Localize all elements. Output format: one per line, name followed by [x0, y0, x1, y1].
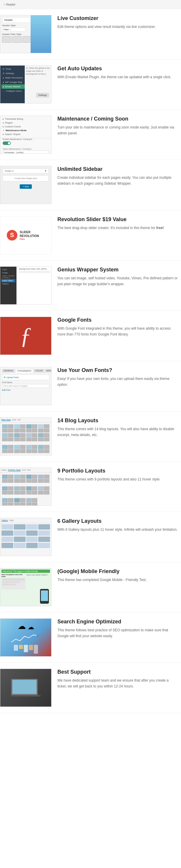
feature-image-blog: Blog Style Date Info [0, 417, 52, 456]
add-widget-button[interactable]: + Add [20, 184, 32, 189]
feature-title-updates: Get Auto Updates [57, 65, 178, 72]
gallery-row-1 [1, 524, 50, 530]
feature-title-fonts: Google Fonts [57, 317, 178, 323]
gallery-cell [26, 543, 38, 548]
maintenance-select[interactable]: Homepage - Landing [3, 151, 49, 154]
svg-text:S: S [10, 232, 14, 238]
wrapper-content: Background Video URL (MP4) [18, 267, 51, 274]
sidebar-dropdown[interactable]: Footer 4 ▼ [3, 168, 49, 174]
gallery-cell [1, 530, 13, 536]
blog-tab-date[interactable]: Date [12, 419, 17, 421]
feature-maintenance: ▶ Thumbnail Sizing ▶ Plugins ▶ Custom Cs… [0, 110, 181, 160]
feature-desc-support: We have dedicated support team and we en… [57, 678, 178, 689]
portfolio-tabs: Slider Portfolio Style Grid Text [0, 468, 51, 473]
blog-layout-12 [38, 445, 50, 453]
gallery-cell [38, 537, 50, 542]
feature-text-wrapper: Genius Wrapper System You can set image,… [57, 267, 181, 287]
portfolio-tab-grid[interactable]: Grid [22, 469, 26, 471]
blog-layout-3 [26, 424, 38, 433]
feature-text-sidebar: Unlimited Sidebar Create individual side… [57, 166, 181, 186]
wrapper-bg-label: Background Video URL (MP4) [19, 268, 50, 270]
gallery-row-3 [1, 537, 50, 542]
tab-typography[interactable]: TYPOGRAPHY [15, 369, 33, 373]
portfolio-grid-1 [0, 473, 51, 485]
portfolio-layout-11 [26, 498, 38, 506]
blog-layout-4 [38, 424, 50, 433]
feature-title-sidebar: Unlimited Sidebar [57, 166, 178, 173]
gallery-cell [26, 537, 38, 542]
feature-desc-updates: With Envato Market Plugin, the theme can… [57, 74, 178, 80]
edit-font-link[interactable]: Edit Font [2, 389, 50, 391]
tab-color[interactable]: COLOR [34, 369, 44, 373]
laptop-container [11, 679, 40, 696]
portfolio-tab-slider[interactable]: Slider [1, 469, 7, 471]
blog-tabs: Blog Style Date Info [0, 417, 51, 423]
feature-image-support [0, 669, 52, 707]
portfolio-layout-4 [38, 474, 50, 483]
gallery-cell [38, 543, 50, 548]
feature-portfolio: Slider Portfolio Style Grid Text 9 Portf… [0, 462, 181, 512]
portfolio-layout-1 [2, 474, 13, 483]
gallery-cell [14, 543, 26, 548]
gallery-tabs: Gallery Style [0, 518, 51, 523]
slider-pro-badge: PRO [20, 238, 45, 241]
maint-item-css: ▶ Custom Css/Js [1, 125, 50, 128]
blog-tab-style[interactable]: Blog Style [1, 419, 11, 421]
feature-desc-wrapper: You can set image, self hosted video, Yo… [57, 276, 178, 287]
portfolio-tab-style[interactable]: Portfolio Style [8, 469, 21, 471]
laptop-body [11, 679, 38, 695]
feature-wrapper: Color Image Video ( Youtube & Vimeo ) In… [0, 260, 181, 311]
feature-text-portfolio: 9 Portfolio Layouts This theme comes wit… [57, 467, 181, 483]
gallery-cell [38, 530, 50, 536]
gallery-cell [1, 537, 13, 542]
feature-title-seo: Search Engine Optimized [57, 618, 178, 625]
blog-layout-8 [38, 433, 50, 441]
seo-visual: ☁ ☁ [11, 621, 40, 654]
tab-general[interactable]: GENERAL [2, 369, 15, 373]
blog-layouts-grid [0, 423, 51, 443]
back-arrow-icon[interactable]: ‹ [3, 2, 5, 6]
feature-slider: S SLIDER REVOLUTION PRO Revolution Slide… [0, 210, 181, 260]
svg-point-2 [37, 635, 38, 637]
blog-layout-5 [2, 433, 13, 441]
font-name-input[interactable]: Fill in font name in English [2, 384, 50, 388]
blog-layout-10 [14, 445, 26, 453]
gallery-tab-gallery[interactable]: Gallery [1, 519, 8, 522]
gallery-row-2 [1, 530, 50, 536]
upload-fonts-button[interactable]: ⊕ Upload Fonts [2, 374, 50, 380]
portfolio-layout-9 [2, 498, 13, 506]
upload-icon: ⊕ [3, 376, 6, 379]
settings-button[interactable]: Settings [36, 93, 49, 97]
gallery-tab-style[interactable]: Style [9, 519, 14, 522]
feature-desc-maintenance: Turn your site to maintenance or coming … [57, 125, 178, 136]
portfolio-layout-6 [14, 486, 26, 495]
maintenance-toggle[interactable] [3, 142, 11, 145]
maint-item-plugins: ▶ Plugins [1, 121, 50, 125]
feature-seo: ☁ ☁ Search Engine Optimized This theme f… [0, 613, 181, 663]
portfolio-layout-10 [14, 498, 26, 506]
feature-desc-portfolio: This theme comes with 9 portfolio layout… [57, 477, 178, 482]
wrapper-url-input[interactable] [19, 271, 50, 273]
portfolio-tab-text[interactable]: Text [27, 469, 31, 471]
feature-image-customizer: Header Header Style Plain ↕ Header Plain… [0, 15, 52, 53]
gallery-cell [26, 524, 38, 530]
feature-text-updates: Get Auto Updates With Envato Market Plug… [57, 65, 181, 80]
portfolio-layout-5 [2, 486, 13, 495]
feature-title-mobile: (Google) Mobile Friendly [57, 568, 178, 575]
feature-image-fonts: ƒ [0, 317, 52, 355]
blog-tab-info[interactable]: Info [18, 419, 21, 421]
tab-wroo[interactable]: WROO [45, 369, 52, 373]
feature-auto-updates: ⚙ Tools ⚙ Settings ● Slider Revolution ●… [0, 59, 181, 110]
feature-desc-fonts: With Google Font integrated in this them… [57, 326, 178, 337]
slider-logo: S SLIDER REVOLUTION PRO [0, 223, 51, 247]
feature-title-customizer: Live Customizer [57, 15, 178, 22]
feature-desc-own-fonts: Easy! If you have your own fonts, you ca… [57, 376, 178, 387]
portfolio-layout-8 [38, 486, 50, 495]
cloud-icon: ☁ [18, 621, 26, 631]
own-fonts-tabs: GENERAL TYPOGRAPHY COLOR WROO [2, 369, 50, 373]
mobile-googlebot-panel: How Googlebot sees this page [1, 574, 25, 590]
feature-google-fonts: ƒ Google Fonts With Google Font integrat… [0, 311, 181, 361]
header-style-select[interactable]: Plain ↕ [2, 27, 26, 32]
page-title: Header [6, 3, 16, 6]
feature-title-maintenance: Maintenance / Coming Soon [57, 116, 178, 122]
